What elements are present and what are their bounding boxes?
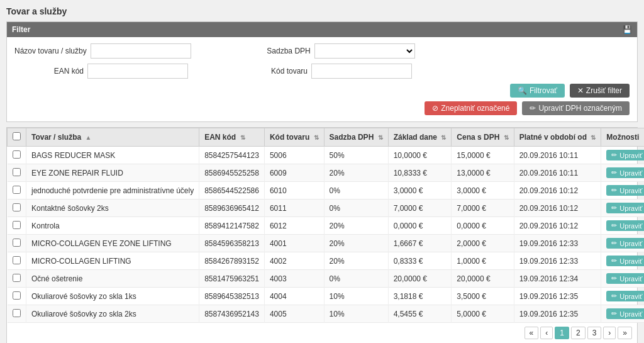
col-zaklad[interactable]: Základ dane ⇅ (388, 128, 452, 147)
table-row: EYE ZONE REPAIR FLUID 8586945525258 6009… (8, 164, 645, 182)
row-zaklad: 7,0000 € (388, 200, 452, 217)
name-input[interactable] (91, 43, 191, 59)
row-sadzba: 10% (324, 305, 388, 323)
edit-row-icon: ✏ (611, 186, 617, 194)
row-checkbox-cell[interactable] (8, 288, 26, 305)
row-checkbox[interactable] (13, 309, 21, 317)
next-page-btn[interactable]: › (603, 327, 616, 339)
row-zaklad: 3,0000 € (388, 182, 452, 200)
col-platne[interactable]: Platné v období od ⇅ (514, 128, 601, 147)
row-checkbox-cell[interactable] (8, 252, 26, 270)
table-row: jednoduché potvrdenie pre administratívn… (8, 182, 645, 200)
edit-row-button[interactable]: ✏ Upraviť (606, 167, 644, 178)
row-checkbox-cell[interactable] (8, 217, 26, 235)
sort-platne-icon: ⇅ (591, 134, 596, 141)
first-page-btn[interactable]: « (525, 327, 539, 339)
sort-name-icon: ▲ (85, 134, 91, 141)
edit-row-button[interactable]: ✏ Upraviť (606, 220, 644, 231)
col-ean[interactable]: EAN kód ⇅ (199, 128, 265, 147)
row-checkbox-cell[interactable] (8, 305, 26, 323)
table-row: Očné ošetrenie 8581475963251 4003 0% 20,… (8, 270, 645, 288)
edit-row-button[interactable]: ✏ Upraviť (606, 256, 644, 266)
row-checkbox[interactable] (13, 291, 21, 300)
prev-page-btn[interactable]: ‹ (540, 327, 553, 339)
last-page-btn[interactable]: » (618, 327, 632, 339)
edit-row-icon: ✏ (611, 169, 617, 177)
edit-row-button[interactable]: ✏ Upraviť (606, 291, 644, 301)
col-cena[interactable]: Cena s DPH ⇅ (452, 128, 514, 147)
row-name: Okuliarové šošovky zo skla 1ks (26, 288, 199, 305)
row-zaklad: 10,8333 € (388, 164, 452, 182)
table-row: MICRO-COLLAGEN LIFTING 8584267893152 400… (8, 252, 645, 270)
table-row: Okuliarové šošovky zo skla 1ks 858964538… (8, 288, 645, 305)
row-platne: 19.09.2016 12:35 (514, 305, 601, 323)
row-platne: 20.09.2016 10:12 (514, 182, 601, 200)
row-actions: ✏ Upraviť ⊘ Zneplatniť (601, 200, 644, 217)
row-actions: ✏ Upraviť ⊘ Zneplatniť (601, 235, 644, 252)
row-sadzba: 0% (324, 200, 388, 217)
sort-cena-icon: ⇅ (504, 134, 509, 141)
disable-marked-button[interactable]: ⊘ Zneplatniť označené (425, 101, 517, 115)
row-platne: 19.09.2016 12:33 (514, 235, 601, 252)
row-cena: 15,0000 € (452, 147, 514, 164)
ean-label: EAN kód (14, 67, 84, 76)
edit-dph-button[interactable]: ✏ Upraviť DPH označeným (522, 101, 630, 115)
kod-input[interactable] (311, 64, 412, 79)
col-checkbox[interactable] (8, 128, 26, 147)
row-ean: 8586945525258 (199, 164, 265, 182)
row-zaklad: 4,5455 € (388, 305, 452, 323)
edit-row-icon: ✏ (611, 310, 617, 318)
row-ean: 8584596358213 (199, 235, 265, 252)
row-checkbox-cell[interactable] (8, 182, 26, 200)
cancel-filter-button[interactable]: ✕ Zrušiť filter (570, 84, 630, 98)
filter-button[interactable]: 🔍 Filtrovať (510, 84, 565, 98)
table-row: Kontrola 8589412147582 6012 20% 0,0000 €… (8, 217, 645, 235)
row-checkbox-cell[interactable] (8, 164, 26, 182)
row-checkbox-cell[interactable] (8, 147, 26, 164)
edit-row-icon: ✏ (611, 239, 617, 247)
row-checkbox[interactable] (13, 256, 21, 264)
col-sadzba[interactable]: Sadzba DPH ⇅ (324, 128, 388, 147)
row-zaklad: 0,0000 € (388, 217, 452, 235)
row-sadzba: 50% (324, 147, 388, 164)
select-all-checkbox[interactable] (13, 132, 21, 140)
row-actions: ✏ Upraviť ⊘ Zneplatniť (601, 270, 644, 288)
edit-row-button[interactable]: ✏ Upraviť (606, 238, 644, 249)
row-checkbox[interactable] (13, 186, 21, 194)
row-checkbox[interactable] (13, 274, 21, 282)
row-cena: 1,0000 € (452, 252, 514, 270)
edit-row-button[interactable]: ✏ Upraviť (606, 273, 644, 284)
sadzba-select[interactable]: 0% 10% 20% 50% (314, 43, 415, 59)
edit-row-button[interactable]: ✏ Upraviť (606, 185, 644, 196)
edit-row-button[interactable]: ✏ Upraviť (606, 203, 644, 213)
row-ean: 8589636965412 (199, 200, 265, 217)
page-2-btn[interactable]: 2 (571, 327, 586, 339)
filter-title: Filter (12, 25, 30, 34)
row-checkbox[interactable] (13, 168, 21, 176)
ean-input[interactable] (87, 64, 188, 79)
page-1-btn[interactable]: 1 (555, 327, 569, 339)
row-ean: 8584267893152 (199, 252, 265, 270)
edit-row-button[interactable]: ✏ Upraviť (606, 308, 644, 319)
row-checkbox-cell[interactable] (8, 235, 26, 252)
row-actions: ✏ Upraviť ⊘ Zneplatniť (601, 147, 644, 164)
cancel-icon: ✕ (577, 86, 584, 95)
row-checkbox-cell[interactable] (8, 270, 26, 288)
table-row: Kontaktné šošovky 2ks 8589636965412 6011… (8, 200, 645, 217)
page-3-btn[interactable]: 3 (587, 327, 602, 339)
row-sadzba: 0% (324, 270, 388, 288)
table-container: Tovar / služba ▲ EAN kód ⇅ Kód tovaru ⇅ … (6, 127, 638, 343)
row-checkbox[interactable] (13, 239, 21, 247)
table-row: Okuliarové šošovky zo skla 2ks 858743695… (8, 305, 645, 323)
edit-row-icon: ✏ (611, 204, 617, 212)
edit-row-button[interactable]: ✏ Upraviť (606, 150, 644, 160)
row-checkbox[interactable] (13, 221, 21, 229)
floppy-icon: 💾 (623, 25, 632, 34)
row-actions: ✏ Upraviť ⊘ Zneplatniť (601, 305, 644, 323)
col-name[interactable]: Tovar / služba ▲ (26, 128, 199, 147)
row-checkbox[interactable] (13, 150, 21, 159)
col-kod[interactable]: Kód tovaru ⇅ (264, 128, 324, 147)
row-checkbox-cell[interactable] (8, 200, 26, 217)
row-platne: 20.09.2016 10:11 (514, 147, 601, 164)
row-checkbox[interactable] (13, 203, 21, 211)
